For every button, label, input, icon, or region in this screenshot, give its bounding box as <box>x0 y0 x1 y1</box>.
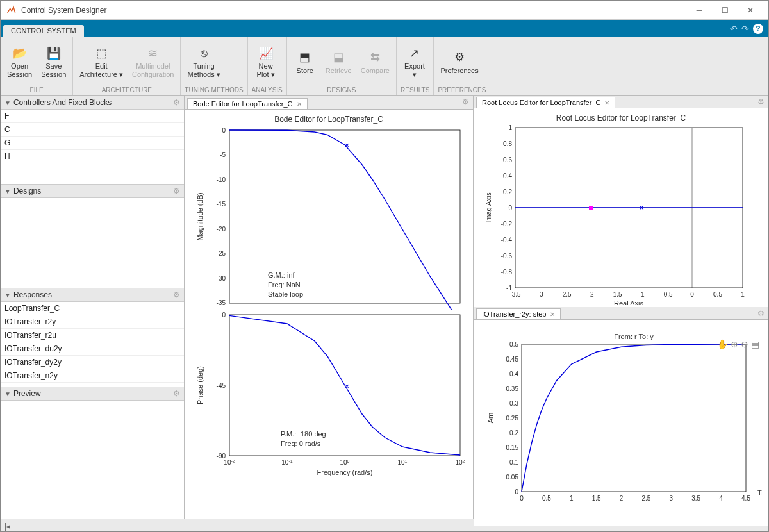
bode-xlabel: Frequency (rad/s) <box>317 469 373 476</box>
list-item[interactable]: IOTransfer_du2y <box>1 342 184 356</box>
svg-text:1: 1 <box>570 495 574 502</box>
close-button[interactable]: ✕ <box>738 1 763 19</box>
svg-text:1.5: 1.5 <box>592 495 601 502</box>
panel-preview-body <box>1 401 184 519</box>
doc-gear-icon[interactable]: ⚙ <box>757 309 765 318</box>
svg-text:0.25: 0.25 <box>506 415 519 422</box>
zoom-in-icon[interactable]: ⊕ <box>731 339 738 349</box>
step-ylabel: Am <box>486 413 494 424</box>
panel-gear-icon[interactable]: ⚙ <box>173 290 180 299</box>
tuning-methods-button[interactable]: ⎋Tuning Methods ▾ <box>185 39 222 85</box>
list-item[interactable]: IOTransfer_dy2y <box>1 356 184 369</box>
undo-icon[interactable]: ↶ <box>730 24 738 34</box>
edit-architecture-button[interactable]: ⬚Edit Architecture ▾ <box>77 39 126 85</box>
bode-tab[interactable]: Bode Editor for LoopTransfer_C✕ <box>187 98 308 109</box>
bode-plot-area[interactable]: Bode Editor for LoopTransfer_C 0 -5 -10 … <box>185 110 473 519</box>
architecture-icon: ⬚ <box>94 46 109 61</box>
minimize-button[interactable]: ─ <box>686 1 712 19</box>
svg-text:-3: -3 <box>538 291 543 298</box>
open-session-button[interactable]: 📂Open Session <box>4 39 35 85</box>
list-item[interactable]: C <box>1 123 184 137</box>
svg-text:-1: -1 <box>639 291 645 298</box>
svg-text:-3.5: -3.5 <box>509 291 521 298</box>
svg-text:-2: -2 <box>588 291 594 298</box>
panel-preview-header[interactable]: ▼Preview⚙ <box>1 387 184 401</box>
store-button[interactable]: ⬒Store <box>291 39 319 85</box>
list-item[interactable]: IOTransfer_r2y <box>1 315 184 329</box>
ribbon-group-prefs: PREFERENCES <box>438 85 486 94</box>
list-item[interactable]: LoopTransfer_C <box>1 302 184 315</box>
bode-plot-title: Bode Editor for LoopTransfer_C <box>191 115 467 124</box>
preferences-button[interactable]: ⚙Preferences <box>438 39 481 85</box>
close-icon[interactable]: ✕ <box>297 101 302 108</box>
rlocus-ylabel: Imag Axis <box>484 192 492 223</box>
tab-control-system[interactable]: CONTROL SYSTEM <box>3 25 84 37</box>
help-icon[interactable]: ? <box>753 24 763 34</box>
main-content: ▼Controllers And Fixed Blocks⚙ F C G H ▼… <box>1 96 768 519</box>
bode-magnitude-chart[interactable]: 0 -5 -10 -15 -20 -25 -30 -35 Magnitude (… <box>191 124 467 310</box>
new-plot-button[interactable]: 📈New Plot ▾ <box>252 39 280 85</box>
bode-tab-label: Bode Editor for LoopTransfer_C <box>193 100 293 108</box>
close-icon[interactable]: ✕ <box>604 99 609 106</box>
svg-text:P.M.: -180 deg: P.M.: -180 deg <box>281 430 326 438</box>
step-chart[interactable]: From: r To: y 0 0.05 0.1 0.15 0.2 0.25 0… <box>480 325 762 517</box>
panel-gear-icon[interactable]: ⚙ <box>173 389 180 398</box>
step-plot-area[interactable]: ✋ ⊕ ⊖ ▤ From: r To: y 0 0.05 0.1 0.15 0.… <box>474 320 768 526</box>
bode-phase-ylabel: Phase (deg) <box>196 366 204 404</box>
tuning-icon: ⎋ <box>196 46 211 61</box>
rlocus-tab-label: Root Locus Editor for LoopTransfer_C <box>482 99 600 106</box>
store-icon: ⬒ <box>297 50 313 65</box>
rlocus-tabstrip: Root Locus Editor for LoopTransfer_C✕ ⚙ <box>474 96 768 108</box>
list-item[interactable]: IOTransfer_n2y <box>1 369 184 383</box>
svg-text:-0.4: -0.4 <box>501 237 513 244</box>
svg-text:×: × <box>345 141 349 150</box>
save-icon: 💾 <box>46 46 62 61</box>
svg-rect-52 <box>522 344 746 492</box>
retrieve-label: Retrieve <box>326 67 352 75</box>
rlocus-tab[interactable]: Root Locus Editor for LoopTransfer_C✕ <box>476 97 615 108</box>
folder-open-icon: 📂 <box>12 46 28 61</box>
svg-text:-0.6: -0.6 <box>501 253 513 260</box>
chevron-down-icon: ▼ <box>4 188 11 195</box>
new-plot-icon: 📈 <box>258 46 274 61</box>
svg-text:3: 3 <box>670 495 674 502</box>
svg-text:Freq: NaN: Freq: NaN <box>268 281 301 288</box>
doc-gear-icon[interactable]: ⚙ <box>757 97 765 106</box>
maximize-button[interactable]: ☐ <box>712 1 738 19</box>
redo-icon[interactable]: ↷ <box>741 24 749 34</box>
list-item[interactable]: G <box>1 137 184 150</box>
svg-text:101: 101 <box>397 459 407 467</box>
list-item[interactable]: IOTransfer_r2u <box>1 329 184 342</box>
svg-text:0.6: 0.6 <box>503 156 512 163</box>
export-button[interactable]: ↗Export ▾ <box>401 39 429 85</box>
export-label: Export ▾ <box>404 62 425 78</box>
step-tab[interactable]: IOTransfer_r2y: step✕ <box>476 308 561 319</box>
svg-text:-30: -30 <box>217 275 226 282</box>
matlab-logo-icon <box>6 5 16 15</box>
multimodel-label: Multimodel Configuration <box>132 62 174 78</box>
legend-icon[interactable]: ▤ <box>751 339 759 349</box>
list-item[interactable]: F <box>1 110 184 123</box>
rlocus-plot-area[interactable]: Root Locus Editor for LoopTransfer_C × 1… <box>474 108 768 307</box>
doc-gear-icon[interactable]: ⚙ <box>462 97 469 106</box>
step-xlabel: Time <box>757 489 762 497</box>
panel-gear-icon[interactable]: ⚙ <box>173 187 180 195</box>
svg-text:0.5: 0.5 <box>509 341 518 348</box>
statusbar-caret-icon[interactable]: |◂ <box>4 522 10 531</box>
panel-responses-header[interactable]: ▼Responses⚙ <box>1 288 184 302</box>
plot-toolbar: ✋ ⊕ ⊖ ▤ <box>717 339 759 349</box>
panel-gear-icon[interactable]: ⚙ <box>173 98 180 107</box>
panel-controllers-header[interactable]: ▼Controllers And Fixed Blocks⚙ <box>1 96 184 110</box>
svg-text:-20: -20 <box>217 226 226 233</box>
pan-icon[interactable]: ✋ <box>717 339 728 349</box>
panel-designs-header[interactable]: ▼Designs⚙ <box>1 184 184 198</box>
bode-phase-chart[interactable]: 0 -45 -90 Phase (deg) × P.M.: -180 deg F… <box>191 310 467 476</box>
rlocus-chart[interactable]: × 1 0.8 0.6 0.4 0.2 0 -0.2 -0.4 -0.6 -0.… <box>480 122 756 305</box>
list-item[interactable]: H <box>1 150 184 163</box>
zoom-out-icon[interactable]: ⊖ <box>741 339 748 349</box>
svg-text:-45: -45 <box>217 382 226 389</box>
svg-text:0.8: 0.8 <box>503 140 512 147</box>
save-session-button[interactable]: 💾Save Session <box>38 39 69 85</box>
close-icon[interactable]: ✕ <box>550 311 555 318</box>
chevron-down-icon: ▼ <box>4 99 11 106</box>
